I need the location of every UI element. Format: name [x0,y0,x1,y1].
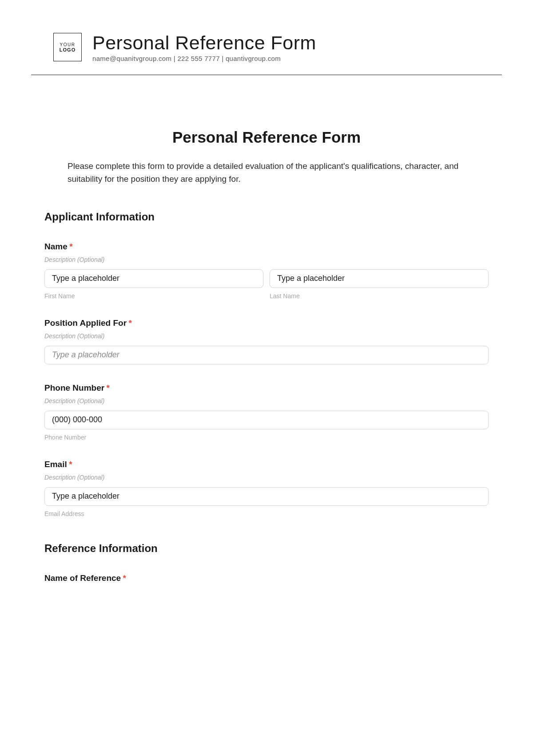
field-label-row: Name * [44,242,489,252]
header-title: Personal Reference Form [92,32,316,54]
required-star: * [107,383,110,392]
field-email-label: Email [44,460,67,469]
name-row: First Name Last Name [44,269,489,300]
position-input[interactable] [44,346,489,364]
field-position-label: Position Applied For [44,318,127,328]
field-phone: Phone Number * Description (Optional) Ph… [44,383,489,441]
email-row [44,487,489,506]
field-position-desc: Description (Optional) [44,332,489,340]
field-label-row: Email * [44,460,489,469]
section-reference-heading: Reference Information [44,542,489,555]
field-label-row: Name of Reference * [44,573,489,583]
field-position: Position Applied For * Description (Opti… [44,318,489,364]
last-name-sublabel: Last Name [270,292,489,300]
page-header: YOUR LOGO Personal Reference Form name@q… [0,0,533,75]
position-row [44,346,489,364]
email-sublabel: Email Address [44,510,489,517]
logo-line2: LOGO [60,47,76,52]
email-input[interactable] [44,487,489,506]
required-star: * [129,318,132,328]
required-star: * [69,242,72,251]
field-reference-name: Name of Reference * [44,573,489,583]
required-star: * [69,460,72,469]
phone-input[interactable] [44,411,489,429]
phone-row [44,411,489,429]
first-name-col: First Name [44,269,263,300]
content: Personal Reference Form Please complete … [0,75,533,583]
field-name: Name * Description (Optional) First Name… [44,242,489,300]
first-name-input[interactable] [44,269,263,288]
field-reference-name-label: Name of Reference [44,573,121,583]
first-name-sublabel: First Name [44,292,263,300]
field-phone-label: Phone Number [44,383,104,392]
page-title: Personal Reference Form [44,128,489,146]
field-email: Email * Description (Optional) Email Add… [44,460,489,517]
phone-sublabel: Phone Number [44,434,489,441]
field-email-desc: Description (Optional) [44,474,489,481]
header-text: Personal Reference Form name@quanitvgrou… [92,32,316,62]
field-name-desc: Description (Optional) [44,256,489,263]
logo-line1: YOUR [60,42,76,47]
field-phone-desc: Description (Optional) [44,397,489,404]
header-subtitle: name@quanitvgroup.com | 222 555 7777 | q… [92,55,316,62]
last-name-input[interactable] [270,269,489,288]
page-intro: Please complete this form to provide a d… [44,160,489,186]
required-star: * [123,573,126,583]
last-name-col: Last Name [270,269,489,300]
field-label-row: Position Applied For * [44,318,489,328]
logo-box: YOUR LOGO [53,33,82,61]
field-label-row: Phone Number * [44,383,489,393]
field-name-label: Name [44,242,68,251]
section-applicant-heading: Applicant Information [44,211,489,223]
